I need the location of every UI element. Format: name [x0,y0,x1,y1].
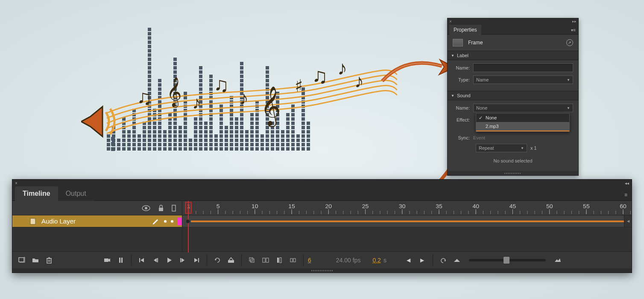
svg-rect-152 [184,130,187,134]
svg-rect-383 [302,139,305,142]
collapse-icon[interactable]: ◂◂ [625,181,629,186]
svg-rect-372 [291,122,295,125]
center-frame-button[interactable] [287,255,299,266]
tab-timeline[interactable]: Timeline [15,186,58,201]
svg-text:45: 45 [509,203,516,210]
tab-output[interactable]: Output [58,186,94,201]
svg-text:50: 50 [546,203,553,210]
label-type-dropdown[interactable]: Name ▼ [473,75,573,84]
label-name-input[interactable] [473,64,573,72]
camera-button[interactable] [101,255,113,266]
step-forward-button[interactable] [177,255,189,266]
time-value[interactable]: 0.2 [372,257,381,264]
svg-rect-204 [209,130,213,134]
svg-rect-78 [148,28,151,31]
sound-repeat-count: x 1 [530,145,537,151]
playhead-line[interactable] [188,201,189,253]
svg-rect-52 [148,139,151,142]
new-folder-button[interactable] [29,255,41,266]
loop-button[interactable] [211,255,223,266]
pencil-icon[interactable] [152,218,160,225]
modify-markers-button[interactable] [273,255,285,266]
help-icon[interactable]: ↗ [566,39,573,46]
svg-rect-177 [199,130,202,134]
outline-icon[interactable] [172,205,176,212]
svg-rect-146 [179,130,182,134]
goto-first-button[interactable] [136,255,148,266]
svg-text:20: 20 [325,203,332,210]
dropdown-option-none[interactable]: None [476,113,569,122]
layer-audio[interactable]: Audio Layer [12,215,182,227]
svg-rect-60 [148,105,151,108]
svg-rect-169 [194,130,197,134]
new-layer-button[interactable] [16,255,28,266]
collapse-icon[interactable]: ▸▸ [572,19,577,23]
eye-icon[interactable] [142,205,150,211]
panel-titlebar[interactable]: × ▸▸ [448,18,578,24]
undo-button[interactable] [437,255,449,266]
timeline-menu-icon[interactable]: ≡ [620,189,632,200]
track-scroll-handle[interactable] [624,215,632,227]
sound-name-dropdown[interactable]: None ▼ [473,104,573,112]
svg-rect-274 [240,87,243,91]
svg-rect-56 [148,122,151,125]
sound-repeat-dropdown[interactable]: Repeat ▼ [476,144,527,152]
svg-rect-524 [293,258,296,262]
svg-rect-261 [240,143,243,146]
edit-multiple-frames-button[interactable] [260,255,272,266]
timeline-titlebar[interactable]: × ◂◂ [12,180,632,186]
goto-last-button[interactable] [190,255,202,266]
svg-rect-135 [173,83,177,87]
svg-rect-57 [148,117,151,121]
frame-ruler[interactable]: 151015202530354045505560 [182,201,632,215]
pause-button[interactable] [115,255,127,266]
close-icon[interactable]: × [15,181,18,186]
fps-value[interactable]: 24.00 fps [336,257,361,264]
svg-rect-260 [240,147,243,151]
onion-skin-button[interactable] [225,255,237,266]
zoom-slider[interactable] [469,259,546,261]
tab-properties[interactable]: Properties [449,25,481,35]
zoom-slider-thumb[interactable] [503,257,509,264]
svg-rect-49 [143,122,146,125]
svg-rect-267 [240,117,243,121]
svg-rect-286 [250,147,254,151]
svg-rect-120 [173,147,177,151]
layer-color-swatch[interactable] [178,218,182,225]
svg-rect-202 [209,139,213,142]
svg-rect-270 [240,105,243,108]
audio-track[interactable] [182,215,632,227]
scroll-left-button[interactable]: ◀ [403,255,415,266]
play-button[interactable] [163,255,175,266]
svg-rect-262 [240,139,243,142]
zoom-in-icon[interactable] [552,255,564,266]
section-sound-header[interactable]: ▼ Sound [448,91,578,100]
svg-rect-93 [158,130,161,134]
svg-rect-254 [235,139,238,142]
close-icon[interactable]: × [449,19,452,24]
step-back-button[interactable] [149,255,161,266]
svg-rect-69 [148,66,151,70]
svg-rect-126 [173,122,177,125]
panel-menu-icon[interactable]: ▾≡ [568,26,578,34]
onion-skin-outlines-button[interactable] [246,255,258,266]
dropdown-option-2mp3[interactable]: 2.mp3 [476,122,569,131]
svg-rect-394 [302,92,305,95]
visibility-dot[interactable] [164,220,167,223]
delete-button[interactable] [43,255,55,266]
current-frame[interactable]: 6 [308,257,311,264]
panel-resize-grip[interactable] [448,171,578,175]
svg-rect-306 [255,100,259,104]
timeline-resize-grip[interactable] [12,268,632,273]
keyframe-dot[interactable] [186,220,190,223]
svg-rect-317 [266,122,269,125]
zoom-out-icon[interactable] [451,255,463,266]
svg-rect-376 [291,105,295,108]
svg-rect-82 [153,134,156,138]
lock-icon[interactable] [158,205,164,212]
svg-rect-301 [255,122,259,125]
svg-rect-87 [153,113,156,116]
lock-dot[interactable] [171,220,173,223]
scroll-right-button[interactable]: ▶ [416,255,428,266]
section-label-header[interactable]: ▼ Label [448,51,578,60]
